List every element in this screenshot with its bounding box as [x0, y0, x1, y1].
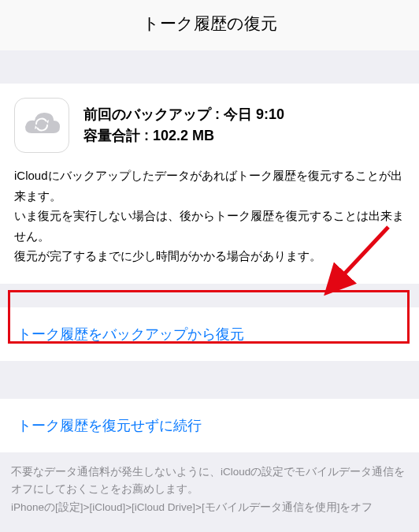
continue-without-restore-button[interactable]: トーク履歴を復元せずに続行	[0, 399, 419, 452]
spacer-mid2	[0, 361, 419, 399]
page-title: トーク履歴の復元	[0, 0, 419, 50]
backup-summary-row: 前回のバックアップ : 今日 9:10 容量合計 : 102.2 MB	[14, 98, 405, 153]
spacer-mid1	[0, 284, 419, 307]
last-backup-line: 前回のバックアップ : 今日 9:10	[83, 104, 405, 125]
page-title-text: トーク履歴の復元	[143, 14, 277, 32]
spacer-top	[0, 50, 419, 84]
footnote-text: 不要なデータ通信料が発生しないように、iCloudの設定でモバイルデータ通信をオ…	[11, 466, 405, 514]
restore-from-backup-label: トーク履歴をバックアップから復元	[17, 326, 244, 342]
backup-info-card: 前回のバックアップ : 今日 9:10 容量合計 : 102.2 MB iClo…	[0, 84, 419, 284]
footnote: 不要なデータ通信料が発生しないように、iCloudの設定でモバイルデータ通信をオ…	[0, 452, 419, 529]
last-backup-value: 今日 9:10	[224, 106, 284, 122]
backup-meta: 前回のバックアップ : 今日 9:10 容量合計 : 102.2 MB	[83, 104, 405, 147]
last-backup-label: 前回のバックアップ :	[83, 106, 220, 122]
size-value: 102.2 MB	[153, 128, 214, 143]
size-line: 容量合計 : 102.2 MB	[83, 125, 405, 147]
size-label: 容量合計 :	[83, 128, 149, 143]
cloud-sync-icon	[14, 98, 69, 153]
restore-from-backup-button[interactable]: トーク履歴をバックアップから復元	[0, 307, 419, 361]
continue-without-restore-label: トーク履歴を復元せずに続行	[17, 418, 202, 433]
backup-description: iCloudにバックアップしたデータがあればトーク履歴を復元することが出来ます。…	[14, 166, 405, 266]
